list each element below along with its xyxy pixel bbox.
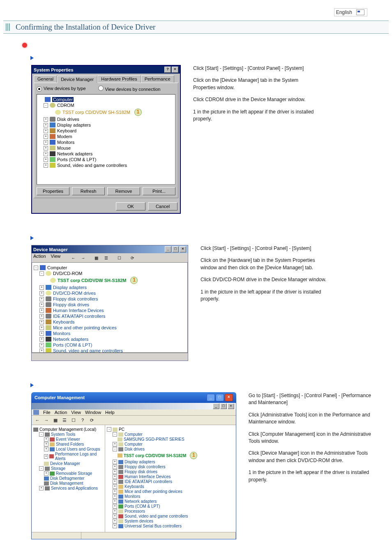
menu-action[interactable]: Action [33,254,46,262]
right-monitors[interactable]: Monitors [125,494,140,499]
cancel-button[interactable]: Cancel [148,202,178,210]
minimize-button[interactable]: _ [207,394,215,401]
node-drive[interactable]: TSST corp CD/DVDW SH-S182M [58,278,126,283]
right-usb[interactable]: Universal Serial Bus controllers [125,524,182,528]
node-hid[interactable]: Human Interface Devices [53,308,104,313]
help-icon[interactable]: ? [78,416,87,424]
maximize-button[interactable]: □ [172,246,179,252]
right-ide[interactable]: IDE ATA/ATAPI controllers [125,479,172,484]
expand-icon[interactable]: + [44,129,48,133]
node-root[interactable]: Computer [47,265,67,270]
device-tree[interactable]: -Computer -DVD/CD-ROM TSST corp CD/DVDW … [32,262,188,353]
properties-icon[interactable]: ☐ [115,254,124,262]
expand-icon[interactable]: + [44,123,48,127]
left-perf[interactable]: Performance Logs and Alerts [55,452,103,461]
expand-icon[interactable]: + [39,349,44,353]
menu-file[interactable]: File [43,410,51,415]
scan-icon[interactable]: ⟳ [88,416,96,424]
expand-icon[interactable]: + [39,337,44,342]
node-floppy[interactable]: Floppy disk drives [53,302,89,307]
remove-button[interactable]: Remove [107,187,140,195]
expand-icon[interactable]: + [44,146,48,150]
expand-icon[interactable]: + [44,437,48,442]
node-cdrom[interactable]: CDROM [57,103,74,108]
toolbar-icon[interactable]: ☰ [60,416,69,424]
left-event[interactable]: Event Viewer [56,437,80,442]
expand-icon[interactable]: + [44,117,48,122]
left-defrag[interactable]: Disk Defragmenter [50,476,84,481]
right-root[interactable]: PC [119,427,125,432]
toolbar-icon[interactable]: ☰ [101,254,111,262]
expand-icon[interactable]: + [113,504,117,509]
right-hid[interactable]: Human Interface Devices [125,474,171,479]
right-diskdrv[interactable]: Disk drives [125,447,145,451]
expand-icon[interactable]: + [44,454,48,459]
node-sound[interactable]: Sound, video and game controllers [53,348,123,353]
toolbar-icon[interactable]: ▦ [51,416,60,424]
properties-icon[interactable]: ☐ [69,416,78,424]
node-network[interactable]: Network adapters [57,151,92,156]
collapse-icon[interactable]: - [44,103,48,108]
node-mice[interactable]: Mice and other pointing devices [53,325,117,330]
language-selector[interactable]: English [334,8,367,16]
maximize-button[interactable]: □ [216,394,224,401]
node-display[interactable]: Display adapters [57,123,91,127]
menu-window[interactable]: Window [85,410,101,415]
expand-icon[interactable]: + [113,465,117,469]
expand-icon[interactable]: + [39,285,44,290]
node-monitors[interactable]: Monitors [53,331,70,336]
expand-icon[interactable]: + [113,494,117,499]
expand-icon[interactable]: + [44,442,48,446]
node-display[interactable]: Display adapters [53,285,87,290]
expand-icon[interactable]: + [39,314,44,319]
right-tree[interactable]: -PC -Computer SAMSUNG SGD-PRINT SERIES +… [105,425,236,532]
ok-button[interactable]: OK [116,202,145,210]
collapse-icon[interactable]: - [113,432,117,437]
expand-icon[interactable]: + [44,163,48,168]
expand-icon[interactable]: + [39,343,44,347]
collapse-icon[interactable]: - [39,271,44,276]
right-system[interactable]: System devices [125,519,153,523]
node-monitors[interactable]: Monitors [57,140,74,145]
mdi-max-icon[interactable]: □ [220,403,227,409]
expand-icon[interactable]: + [44,447,48,451]
help-button[interactable]: ? [164,67,171,73]
refresh-button[interactable]: Refresh [72,187,105,195]
expand-icon[interactable]: + [44,157,48,162]
right-keyboards[interactable]: Keyboards [125,484,144,489]
right-mice[interactable]: Mice and other pointing devices [125,489,182,494]
right-display[interactable]: Display adapters [125,460,155,464]
left-root[interactable]: Computer Management (Local) [39,427,96,432]
expand-icon[interactable]: + [113,509,117,513]
print-button[interactable]: Print... [143,187,175,195]
left-removable[interactable]: Removable Storage [56,471,92,476]
expand-icon[interactable]: + [113,484,117,489]
node-dvd[interactable]: DVD/CD-ROM [53,271,83,276]
menu-view[interactable]: View [71,410,81,415]
expand-icon[interactable]: + [113,469,117,474]
expand-icon[interactable]: + [113,519,117,523]
forward-button[interactable]: → [42,416,51,424]
node-modem[interactable]: Modem [57,134,72,139]
device-tree[interactable]: Computer -CDROM TSST corp CD/DVDW SH-S18… [37,94,175,185]
collapse-icon[interactable]: - [107,427,111,432]
right-floppyctrl[interactable]: Floppy disk controllers [125,465,165,469]
node-drive[interactable]: TSST corp CD/DVDW SH-S182M [62,110,130,115]
node-keyboard[interactable]: Keyboard [57,128,76,133]
node-ide[interactable]: IDE ATA/ATAPI controllers [53,314,106,319]
expand-icon[interactable]: + [39,486,44,490]
collapse-icon[interactable]: - [39,466,44,471]
forward-button[interactable]: → [78,254,88,262]
radio-view-by-type[interactable]: View devices by type [37,86,86,92]
mdi-min-icon[interactable]: _ [213,403,219,409]
expand-icon[interactable]: + [39,303,44,307]
tab-device-manager[interactable]: Device Manager [57,76,97,83]
tab-hardware-profiles[interactable]: Hardware Profiles [97,75,141,83]
right-computer2[interactable]: Computer [125,442,143,446]
menu-view[interactable]: View [51,254,61,262]
menu-action[interactable]: Action [55,410,67,415]
expand-icon[interactable]: + [113,479,117,484]
close-button[interactable]: × [172,67,178,73]
expand-icon[interactable]: + [113,460,117,464]
collapse-icon[interactable]: - [39,432,44,437]
